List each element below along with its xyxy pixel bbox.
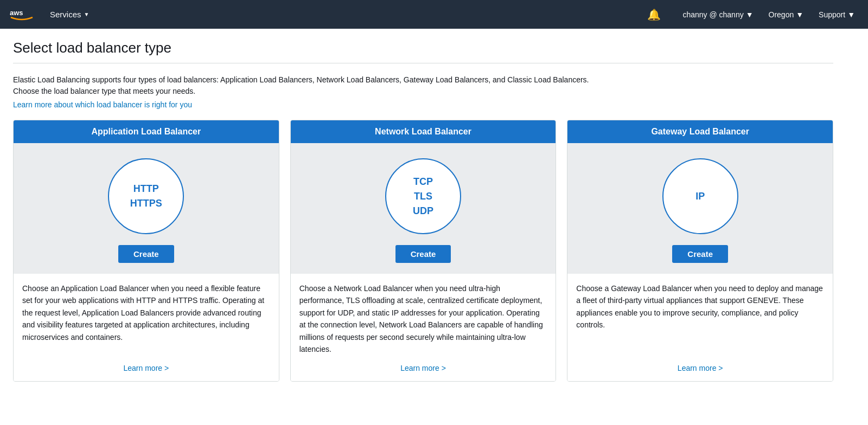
cards-container: Application Load Balancer HTTPHTTPS Crea… <box>13 120 833 382</box>
card-header-0: Application Load Balancer <box>14 120 279 143</box>
page-learn-more-link[interactable]: Learn more about which load balancer is … <box>13 100 192 109</box>
page-content: Select load balancer type Elastic Load B… <box>0 29 846 392</box>
region-chevron: ▼ <box>796 10 803 19</box>
services-label: Services <box>50 10 81 19</box>
bell-icon: 🔔 <box>647 9 661 21</box>
card-header-2: Gateway Load Balancer <box>567 120 833 143</box>
card-description-2: Choose a Gateway Load Balancer when you … <box>576 282 824 355</box>
card-create-button-1[interactable]: Create <box>395 245 451 263</box>
card-visual-0: HTTPHTTPS Create <box>14 143 279 274</box>
page-title: Select load balancer type <box>13 40 833 56</box>
support-chevron: ▼ <box>847 10 855 19</box>
card-description-1: Choose a Network Load Balancer when you … <box>299 282 547 355</box>
card-create-button-2[interactable]: Create <box>672 245 728 263</box>
card-body-1: Choose a Network Load Balancer when you … <box>291 274 556 381</box>
card-2: Gateway Load Balancer IP Create Choose a… <box>567 120 833 382</box>
card-circle-text-1: TCPTLSUDP <box>413 175 433 218</box>
card-body-0: Choose an Application Load Balancer when… <box>14 274 279 381</box>
card-visual-1: TCPTLSUDP Create <box>291 143 556 274</box>
card-circle-2: IP <box>662 158 738 234</box>
card-header-1: Network Load Balancer <box>291 120 556 143</box>
card-circle-text-2: IP <box>695 189 705 204</box>
card-learn-more-1[interactable]: Learn more > <box>299 364 547 372</box>
navbar: aws Services ▼ 🔔 channy @ channy ▼ Orego… <box>0 0 868 29</box>
notifications-bell[interactable]: 🔔 <box>647 8 661 21</box>
aws-logo[interactable]: aws <box>9 7 35 23</box>
card-description-0: Choose an Application Load Balancer when… <box>22 282 270 355</box>
card-body-2: Choose a Gateway Load Balancer when you … <box>567 274 833 381</box>
card-1: Network Load Balancer TCPTLSUDP Create C… <box>290 120 557 382</box>
services-chevron: ▼ <box>84 11 90 17</box>
card-circle-text-0: HTTPHTTPS <box>130 182 162 211</box>
card-learn-more-0[interactable]: Learn more > <box>22 364 270 372</box>
support-menu[interactable]: Support ▼ <box>814 10 859 19</box>
user-chevron: ▼ <box>746 10 754 19</box>
services-menu[interactable]: Services ▼ <box>43 10 95 19</box>
card-0: Application Load Balancer HTTPHTTPS Crea… <box>13 120 279 382</box>
card-circle-1: TCPTLSUDP <box>385 158 461 234</box>
card-learn-more-2[interactable]: Learn more > <box>576 364 824 372</box>
user-label: channy @ channy <box>682 10 743 19</box>
svg-text:aws: aws <box>10 9 23 17</box>
support-label: Support <box>819 10 845 19</box>
user-menu[interactable]: channy @ channy ▼ <box>678 10 757 19</box>
region-label: Oregon <box>769 10 794 19</box>
region-menu[interactable]: Oregon ▼ <box>764 10 808 19</box>
page-description: Elastic Load Balancing supports four typ… <box>13 74 610 97</box>
card-create-button-0[interactable]: Create <box>118 245 174 263</box>
card-circle-0: HTTPHTTPS <box>108 158 184 234</box>
card-visual-2: IP Create <box>567 143 833 274</box>
title-divider <box>13 63 833 63</box>
